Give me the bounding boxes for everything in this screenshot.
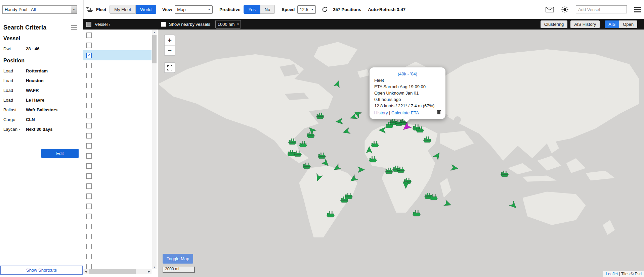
row-checkbox[interactable] [86, 163, 92, 169]
list-item[interactable] [83, 211, 152, 221]
show-nearby-checkbox[interactable] [161, 22, 166, 27]
row-checkbox[interactable] [86, 113, 92, 118]
list-item[interactable] [83, 191, 152, 201]
delete-icon[interactable] [437, 110, 441, 116]
list-item[interactable] [83, 231, 152, 241]
list-item[interactable] [83, 131, 152, 141]
scroll-down-icon[interactable]: ▼ [152, 265, 157, 269]
list-item[interactable] [83, 60, 152, 70]
row-checkbox[interactable]: ✓ [86, 53, 92, 58]
map[interactable]: + − (40k - '04) Fleet ETA Sarroch Aug 19… [158, 30, 644, 277]
row-checkbox[interactable] [86, 204, 92, 209]
vessel-ship-marker[interactable] [385, 167, 393, 174]
vessel-course-marker[interactable] [357, 166, 365, 173]
list-item[interactable] [83, 111, 152, 121]
scrollbar-thumb[interactable] [152, 35, 157, 63]
world-button[interactable]: World [136, 5, 156, 14]
list-item[interactable] [83, 252, 152, 262]
history-link[interactable]: History [374, 110, 388, 115]
menu-icon[interactable] [634, 7, 641, 12]
pool-dropdown-arrow-icon[interactable]: ▼ [71, 6, 77, 13]
vessel-ship-marker[interactable] [318, 152, 326, 159]
predictive-no-button[interactable]: No [260, 5, 275, 14]
view-select[interactable]: Map ▼ [175, 5, 213, 14]
vessel-course-marker[interactable] [348, 174, 359, 184]
fullscreen-button[interactable] [164, 62, 175, 73]
row-checkbox[interactable] [86, 143, 92, 149]
predictive-yes-button[interactable]: Yes [244, 5, 260, 14]
leaflet-link[interactable]: Leaflet [606, 272, 618, 276]
list-item[interactable] [83, 151, 152, 161]
row-checkbox[interactable] [86, 43, 92, 48]
list-item[interactable]: ✓ [83, 50, 152, 60]
vessel-course-marker[interactable] [443, 199, 453, 209]
list-item[interactable] [83, 91, 152, 101]
select-all-checkbox[interactable] [86, 22, 91, 27]
zoom-out-button[interactable]: − [165, 45, 175, 55]
list-item[interactable] [83, 30, 152, 40]
row-checkbox[interactable] [86, 244, 92, 249]
vessel-course-marker[interactable] [508, 200, 519, 211]
clustering-button[interactable]: Clustering [541, 20, 568, 28]
vessel-course-marker[interactable] [378, 126, 386, 134]
ais-button[interactable]: AIS [605, 20, 619, 28]
row-checkbox[interactable] [86, 224, 92, 229]
row-checkbox[interactable] [86, 214, 92, 219]
row-checkbox[interactable] [86, 254, 92, 259]
vessel-ship-marker[interactable] [294, 150, 302, 157]
row-checkbox[interactable] [86, 103, 92, 108]
vessel-ship-marker[interactable] [423, 136, 432, 143]
vessel-course-marker[interactable] [402, 181, 410, 189]
vessel-ship-marker[interactable] [416, 126, 424, 133]
vessel-ship-marker[interactable] [344, 192, 353, 199]
row-checkbox[interactable] [86, 264, 92, 269]
list-item[interactable] [83, 221, 152, 231]
show-shortcuts-link[interactable]: Show Shortcuts [0, 266, 83, 275]
edit-button[interactable]: Edit [41, 149, 79, 158]
row-checkbox[interactable] [86, 93, 92, 98]
list-item[interactable] [83, 181, 152, 191]
laycan-dash[interactable]: - [19, 127, 26, 132]
scroll-left-icon[interactable]: ◀ [83, 269, 88, 274]
scroll-right-icon[interactable]: ▶ [146, 269, 152, 274]
vessel-course-marker[interactable] [320, 158, 332, 169]
row-checkbox[interactable] [86, 183, 92, 189]
scrollbar-thumb[interactable] [89, 269, 136, 274]
mail-icon[interactable] [546, 7, 554, 12]
row-checkbox[interactable] [86, 73, 92, 78]
vessel-course-marker[interactable] [333, 79, 342, 89]
vessel-ship-marker[interactable] [288, 138, 297, 145]
vessel-ship-marker[interactable] [303, 162, 311, 169]
list-item[interactable] [83, 262, 152, 269]
row-checkbox[interactable] [86, 123, 92, 128]
vessel-course-marker[interactable] [450, 164, 459, 173]
vessel-ship-marker[interactable] [316, 112, 324, 119]
add-vessel-input[interactable] [576, 5, 627, 13]
list-item[interactable] [83, 201, 152, 211]
vessel-ship-marker[interactable] [396, 166, 405, 173]
row-checkbox[interactable] [86, 173, 92, 179]
vessel-course-marker[interactable] [432, 150, 443, 161]
open-button[interactable]: Open [619, 20, 637, 28]
list-item[interactable] [83, 121, 152, 131]
vessel-course-marker[interactable] [313, 173, 323, 182]
vertical-scrollbar[interactable]: ▲ ▼ [152, 30, 157, 269]
row-checkbox[interactable] [86, 153, 92, 159]
vessel-course-marker[interactable] [365, 146, 373, 154]
vessel-course-marker[interactable] [342, 127, 351, 136]
vessel-name-link[interactable]: (40k - '04) [374, 71, 441, 76]
row-checkbox[interactable] [86, 83, 92, 88]
row-checkbox[interactable] [86, 193, 92, 199]
row-checkbox[interactable] [86, 33, 92, 38]
row-checkbox[interactable] [86, 63, 92, 68]
list-item[interactable] [83, 141, 152, 151]
criteria-menu-icon[interactable] [71, 24, 80, 32]
vessel-ship-marker[interactable] [299, 141, 307, 148]
horizontal-scrollbar[interactable]: ◀ ▶ [83, 269, 152, 274]
brightness-icon[interactable] [561, 6, 568, 13]
vessel-ship-marker[interactable] [500, 170, 509, 177]
list-item[interactable] [83, 161, 152, 171]
zoom-in-button[interactable]: + [165, 35, 175, 45]
vessel-ship-marker[interactable] [413, 210, 421, 217]
my-fleet-button[interactable]: My Fleet [110, 5, 136, 14]
